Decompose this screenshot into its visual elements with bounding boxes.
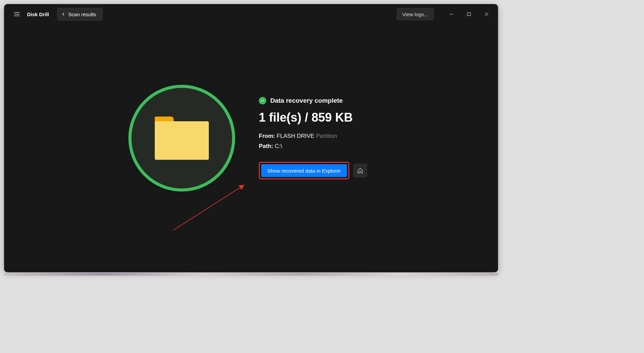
annotation-highlight: Show recovered data in Explorer xyxy=(259,162,349,179)
path-value: C:\ xyxy=(275,143,282,149)
desktop-background-strip xyxy=(4,273,498,276)
check-icon xyxy=(261,99,265,103)
home-icon xyxy=(357,168,363,174)
back-label: Scan results xyxy=(68,11,96,17)
status-text: Data recovery complete xyxy=(270,97,343,104)
view-logs-label: View logs... xyxy=(402,11,428,17)
app-title: Disk Drill xyxy=(27,11,49,17)
summary-heading: 1 file(s) / 859 KB xyxy=(259,110,374,125)
titlebar: Disk Drill Scan results View logs... xyxy=(4,4,498,24)
svg-rect-0 xyxy=(468,13,471,16)
hamburger-icon xyxy=(14,11,20,18)
back-button[interactable]: Scan results xyxy=(57,8,103,21)
action-row: Show recovered data in Explorer xyxy=(259,162,374,179)
svg-line-1 xyxy=(173,185,244,230)
from-line: From: FLASH DRIVE Partition xyxy=(259,133,374,140)
close-icon xyxy=(485,12,489,16)
hamburger-button[interactable] xyxy=(10,7,24,21)
from-label: From: xyxy=(259,133,275,139)
chevron-left-icon xyxy=(61,12,66,17)
content-area: Data recovery complete 1 file(s) / 859 K… xyxy=(4,24,498,272)
close-button[interactable] xyxy=(478,7,495,21)
folder-icon xyxy=(155,117,209,160)
view-logs-button[interactable]: View logs... xyxy=(397,8,434,20)
path-line: Path: C:\ xyxy=(259,143,374,150)
show-in-explorer-button[interactable]: Show recovered data in Explorer xyxy=(261,164,347,177)
maximize-button[interactable] xyxy=(461,7,477,21)
home-button[interactable] xyxy=(353,164,367,177)
from-value: FLASH DRIVE xyxy=(277,133,314,139)
maximize-icon xyxy=(467,12,471,16)
minimize-icon xyxy=(449,12,453,16)
path-label: Path: xyxy=(259,143,273,149)
from-suffix: Partition xyxy=(316,133,337,139)
minimize-button[interactable] xyxy=(443,7,460,21)
success-badge xyxy=(259,97,266,104)
app-window: Disk Drill Scan results View logs... xyxy=(4,4,498,272)
window-controls xyxy=(443,7,495,21)
result-graphic xyxy=(128,85,235,192)
result-panel: Data recovery complete 1 file(s) / 859 K… xyxy=(259,97,374,179)
status-row: Data recovery complete xyxy=(259,97,374,104)
